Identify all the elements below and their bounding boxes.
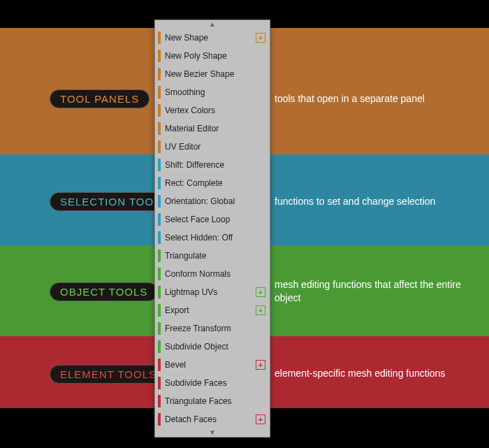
tool-label: Export xyxy=(165,305,253,315)
tool-row[interactable]: Rect: Complete xyxy=(155,174,270,192)
tool-row[interactable]: Select Face Loop xyxy=(155,210,270,229)
category-stripe-icon xyxy=(158,68,161,80)
tool-row[interactable]: Smoothing xyxy=(155,83,270,101)
tool-label: New Poly Shape xyxy=(165,51,265,61)
category-stripe-icon xyxy=(158,50,161,62)
category-stripe-icon xyxy=(158,250,161,262)
category-stripe-icon xyxy=(158,359,161,371)
tool-label: New Shape xyxy=(165,33,253,43)
category-pill-green: OBJECT TOOLS xyxy=(50,282,158,301)
scroll-down-arrow[interactable]: ▼ xyxy=(155,428,270,437)
expand-button[interactable]: + xyxy=(256,360,265,370)
category-pill-orange: TOOL PANELS xyxy=(50,89,149,108)
category-stripe-icon xyxy=(158,86,161,99)
tool-row[interactable]: Subdivide Faces xyxy=(155,374,270,392)
category-stripe-icon xyxy=(158,213,161,226)
category-stripe-icon xyxy=(158,340,161,353)
tool-row[interactable]: Export+ xyxy=(155,301,270,319)
category-stripe-icon xyxy=(158,159,161,171)
tool-row[interactable]: Freeze Transform xyxy=(155,319,270,338)
tool-row[interactable]: Lightmap UVs+ xyxy=(155,283,270,301)
category-stripe-icon xyxy=(158,231,161,244)
tool-label: Material Editor xyxy=(165,124,265,133)
category-stripe-icon xyxy=(158,122,161,135)
tool-label: Triangulate xyxy=(165,251,265,261)
tool-label: Subdivide Object xyxy=(165,342,265,352)
tool-label: Select Face Loop xyxy=(165,215,265,224)
tool-label: Triangulate Faces xyxy=(165,396,265,406)
category-desc-orange: tools that open in a separate panel xyxy=(275,92,482,106)
tool-label: Conform Normals xyxy=(165,269,265,279)
tool-row[interactable]: New Poly Shape xyxy=(155,47,270,65)
expand-button[interactable]: + xyxy=(256,287,265,297)
tool-row[interactable]: Triangulate xyxy=(155,247,270,265)
category-stripe-icon xyxy=(158,31,161,44)
category-stripe-icon xyxy=(158,140,161,153)
tool-panel: ▲ New Shape+New Poly ShapeNew Bezier Sha… xyxy=(154,20,270,438)
tool-row[interactable]: New Bezier Shape xyxy=(155,65,270,83)
tool-row[interactable]: New Shape+ xyxy=(155,29,270,47)
category-desc-red: element-specific mesh editing functions xyxy=(275,367,482,380)
category-stripe-icon xyxy=(158,104,161,117)
tool-label: Shift: Difference xyxy=(165,160,265,170)
category-stripe-icon xyxy=(158,395,161,407)
category-stripe-icon xyxy=(158,413,161,426)
category-stripe-icon xyxy=(158,377,161,389)
tool-row[interactable]: Orientation: Global xyxy=(155,192,270,210)
category-stripe-icon xyxy=(158,322,161,335)
tool-label: Select Hidden: Off xyxy=(165,233,265,243)
category-stripe-icon xyxy=(158,268,161,280)
tool-row[interactable]: Material Editor xyxy=(155,120,270,138)
expand-button[interactable]: + xyxy=(256,305,265,315)
expand-button[interactable]: + xyxy=(256,414,265,424)
tool-row[interactable]: Vertex Colors xyxy=(155,101,270,120)
category-stripe-icon xyxy=(158,195,161,208)
tool-row[interactable]: Conform Normals xyxy=(155,265,270,283)
tool-label: Smoothing xyxy=(165,87,265,97)
category-stripe-icon xyxy=(158,177,161,189)
scroll-up-arrow[interactable]: ▲ xyxy=(155,20,270,29)
category-stripe-icon xyxy=(158,286,161,298)
tool-row[interactable]: Triangulate Faces xyxy=(155,392,270,410)
tool-label: Orientation: Global xyxy=(165,196,265,206)
tool-label: Bevel xyxy=(165,360,253,370)
category-pill-red: ELEMENT TOOLS xyxy=(50,365,167,384)
tool-row[interactable]: Detach Faces+ xyxy=(155,410,270,428)
tool-label: New Bezier Shape xyxy=(165,69,265,79)
category-stripe-icon xyxy=(158,304,161,317)
tool-row[interactable]: Shift: Difference xyxy=(155,156,270,174)
tool-row[interactable]: UV Editor xyxy=(155,138,270,156)
tool-label: Vertex Colors xyxy=(165,106,265,115)
category-desc-blue: functions to set and change selection xyxy=(275,195,482,208)
expand-button[interactable]: + xyxy=(256,33,265,43)
tool-label: Rect: Complete xyxy=(165,178,265,188)
tool-row[interactable]: Select Hidden: Off xyxy=(155,229,270,247)
tool-label: Freeze Transform xyxy=(165,324,265,333)
tool-label: Subdivide Faces xyxy=(165,378,265,388)
tool-label: UV Editor xyxy=(165,142,265,152)
tool-row[interactable]: Subdivide Object xyxy=(155,338,270,356)
category-desc-green: mesh editing functions that affect the e… xyxy=(275,278,482,305)
tool-label: Detach Faces xyxy=(165,414,253,424)
tool-row[interactable]: Bevel+ xyxy=(155,356,270,374)
tool-label: Lightmap UVs xyxy=(165,287,253,297)
